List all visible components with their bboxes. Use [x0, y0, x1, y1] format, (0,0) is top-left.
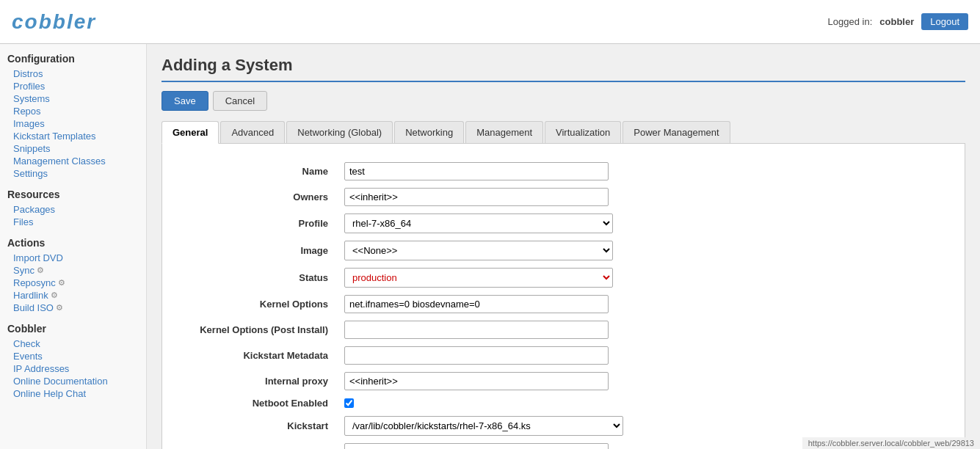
tab-virtualization[interactable]: Virtualization: [545, 121, 621, 143]
field-row-netboot-enabled: Netboot Enabled: [177, 394, 950, 412]
select-image[interactable]: <<None>>: [344, 241, 613, 260]
logout-button[interactable]: Logout: [921, 13, 968, 30]
tab-advanced[interactable]: Advanced: [220, 121, 285, 143]
sidebar-item-reposync[interactable]: Reposync ⚙: [7, 277, 139, 289]
sidebar-item-sync[interactable]: Sync ⚙: [7, 264, 139, 277]
tab-management[interactable]: Management: [465, 121, 543, 143]
tab-power-management[interactable]: Power Management: [623, 121, 730, 143]
field-row-kernel-options-post: Kernel Options (Post Install): [177, 317, 950, 343]
sidebar-item-systems[interactable]: Systems: [7, 92, 139, 105]
sync-icon: ⚙: [37, 266, 44, 275]
sidebar-item-kickstart-templates[interactable]: Kickstart Templates: [7, 130, 139, 142]
field-row-profile: Profile rhel-7-x86_64: [177, 210, 950, 237]
sidebar-item-hardlink[interactable]: Hardlink ⚙: [7, 289, 139, 302]
sidebar-item-import-dvd[interactable]: Import DVD: [7, 252, 139, 264]
header: cobbler Logged in: cobbler Logout: [0, 0, 980, 44]
form-table: Name Owners Profile rhel-7-x86_64: [177, 158, 950, 449]
tabs: General Advanced Networking (Global) Net…: [161, 121, 965, 144]
tab-general[interactable]: General: [161, 121, 219, 144]
logo: cobbler: [12, 10, 96, 34]
sidebar-item-images[interactable]: Images: [7, 117, 139, 130]
cobbler-section-title: Cobbler: [7, 323, 139, 335]
label-kernel-options-post: Kernel Options (Post Install): [177, 317, 338, 343]
sidebar-item-repos[interactable]: Repos: [7, 105, 139, 117]
sidebar-item-files[interactable]: Files: [7, 216, 139, 228]
main-content: Adding a System Save Cancel General Adva…: [147, 44, 980, 449]
field-row-owners: Owners: [177, 184, 950, 210]
sidebar-item-online-documentation[interactable]: Online Documentation: [7, 375, 139, 387]
tab-networking[interactable]: Networking: [394, 121, 464, 143]
label-image: Image: [177, 237, 338, 264]
sidebar-item-events[interactable]: Events: [7, 350, 139, 362]
title-divider: [161, 81, 965, 82]
field-row-status: Status production: [177, 264, 950, 291]
action-buttons: Save Cancel: [161, 91, 965, 111]
sidebar: Configuration Distros Profiles Systems R…: [0, 44, 147, 449]
input-kernel-options[interactable]: [344, 295, 609, 313]
build-iso-icon: ⚙: [56, 303, 63, 313]
resources-section-title: Resources: [7, 189, 139, 200]
logged-in-username: cobbler: [879, 16, 914, 27]
label-kernel-options: Kernel Options: [177, 291, 338, 317]
sidebar-item-snippets[interactable]: Snippets: [7, 142, 139, 155]
label-comment: Comment: [177, 439, 338, 449]
header-right: Logged in: cobbler Logout: [828, 13, 968, 30]
sidebar-item-check[interactable]: Check: [7, 337, 139, 350]
save-button[interactable]: Save: [161, 91, 208, 111]
sidebar-item-packages[interactable]: Packages: [7, 203, 139, 216]
textarea-comment[interactable]: [344, 443, 609, 449]
select-kickstart[interactable]: /var/lib/cobbler/kickstarts/rhel-7-x86_6…: [344, 416, 623, 436]
sidebar-item-settings[interactable]: Settings: [7, 167, 139, 180]
input-kernel-options-post[interactable]: [344, 321, 609, 339]
page-title: Adding a System: [161, 56, 965, 75]
field-row-kickstart: Kickstart /var/lib/cobbler/kickstarts/rh…: [177, 412, 950, 439]
cancel-button[interactable]: Cancel: [213, 91, 267, 111]
configuration-section-title: Configuration: [7, 53, 139, 65]
tab-networking-global[interactable]: Networking (Global): [286, 121, 393, 143]
sidebar-item-management-classes[interactable]: Management Classes: [7, 155, 139, 167]
field-row-image: Image <<None>>: [177, 237, 950, 264]
layout: Configuration Distros Profiles Systems R…: [0, 44, 980, 449]
field-row-kernel-options: Kernel Options: [177, 291, 950, 317]
logo-area: cobbler: [12, 10, 96, 34]
label-owners: Owners: [177, 184, 338, 210]
select-profile[interactable]: rhel-7-x86_64: [344, 213, 613, 233]
label-kickstart: Kickstart: [177, 412, 338, 439]
actions-section-title: Actions: [7, 237, 139, 249]
label-name: Name: [177, 158, 338, 184]
label-netboot-enabled: Netboot Enabled: [177, 394, 338, 412]
label-status: Status: [177, 264, 338, 291]
sidebar-item-online-help-chat[interactable]: Online Help Chat: [7, 387, 139, 400]
reposync-icon: ⚙: [58, 278, 65, 288]
select-status[interactable]: production: [344, 268, 613, 288]
input-owners[interactable]: [344, 188, 609, 206]
label-internal-proxy: Internal proxy: [177, 368, 338, 394]
input-kickstart-metadata[interactable]: [344, 346, 609, 365]
status-url: https://cobbler.server.local/cobbler_web…: [808, 439, 974, 448]
field-row-internal-proxy: Internal proxy: [177, 368, 950, 394]
sidebar-item-ip-addresses[interactable]: IP Addresses: [7, 362, 139, 375]
input-internal-proxy[interactable]: [344, 372, 609, 390]
input-name[interactable]: [344, 162, 609, 180]
statusbar: https://cobbler.server.local/cobbler_web…: [802, 437, 980, 449]
logged-in-label: Logged in:: [828, 16, 873, 27]
checkbox-netboot-enabled[interactable]: [344, 398, 354, 408]
sidebar-item-distros[interactable]: Distros: [7, 67, 139, 80]
sidebar-item-build-iso[interactable]: Build ISO ⚙: [7, 302, 139, 314]
field-row-name: Name: [177, 158, 950, 184]
label-kickstart-metadata: Kickstart Metadata: [177, 343, 338, 368]
sidebar-item-profiles[interactable]: Profiles: [7, 80, 139, 92]
label-profile: Profile: [177, 210, 338, 237]
hardlink-icon: ⚙: [51, 291, 58, 300]
field-row-kickstart-metadata: Kickstart Metadata: [177, 343, 950, 368]
form-panel: Name Owners Profile rhel-7-x86_64: [161, 144, 965, 449]
